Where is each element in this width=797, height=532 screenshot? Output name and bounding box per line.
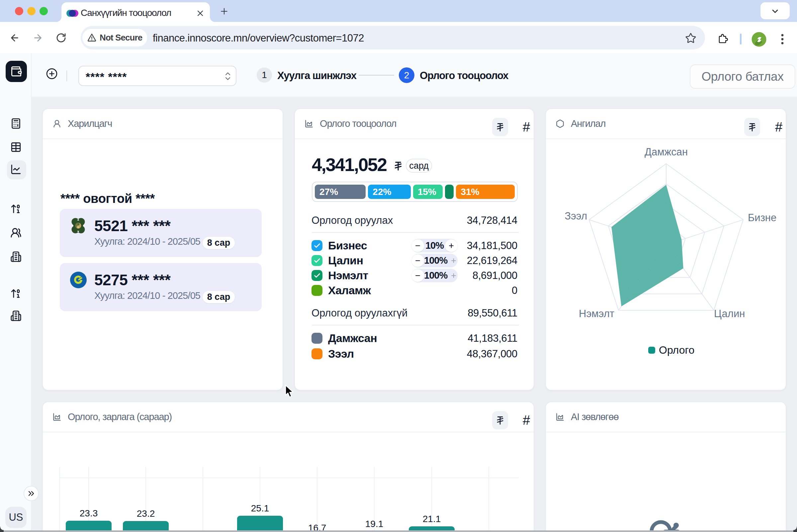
svg-text:Зээл: Зээл <box>565 210 587 222</box>
svg-text:Орлого: Орлого <box>659 344 695 356</box>
svg-text:23.3: 23.3 <box>80 508 98 518</box>
svg-text:Бизне: Бизне <box>748 212 776 224</box>
svg-text:23.2: 23.2 <box>137 509 155 519</box>
svg-text:19.1: 19.1 <box>365 519 383 529</box>
svg-text:25.1: 25.1 <box>251 503 269 513</box>
svg-text:Цалин: Цалин <box>714 308 745 320</box>
svg-text:Нэмэлт: Нэмэлт <box>579 308 614 320</box>
svg-text:21.1: 21.1 <box>423 514 441 524</box>
svg-text:Дамжсан: Дамжсан <box>645 146 688 158</box>
